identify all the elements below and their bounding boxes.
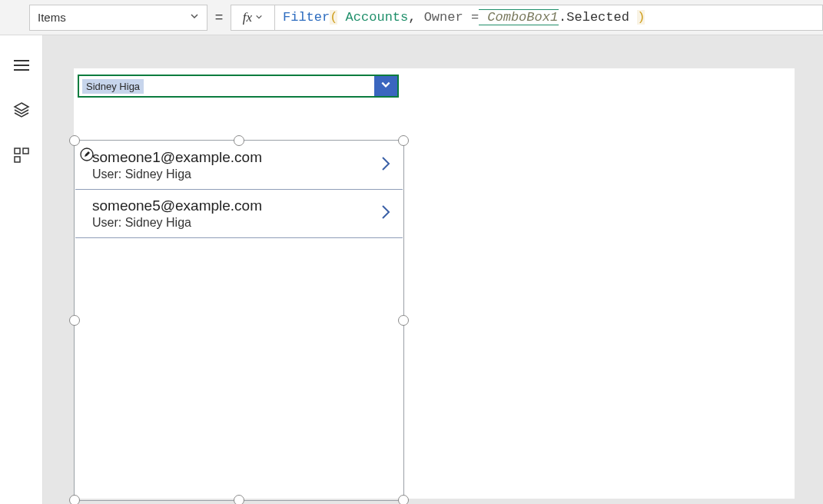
list-item-email: someone5@example.com: [92, 197, 393, 214]
svg-rect-5: [23, 148, 28, 154]
list-item[interactable]: someone5@example.com User: Sidney Higa: [75, 190, 403, 238]
layers-icon[interactable]: [13, 101, 30, 121]
property-selector-dropdown[interactable]: Items: [29, 5, 207, 31]
combobox-selected-pill[interactable]: Sidney Higa: [82, 79, 144, 94]
components-icon[interactable]: [14, 148, 29, 166]
list-item-email: someone1@example.com: [92, 149, 393, 166]
formula-input[interactable]: Filter ( Accounts , Owner = ComboBox1 .S…: [275, 5, 823, 31]
token-comma: ,: [408, 10, 416, 25]
token-field: Owner: [416, 10, 470, 25]
token-paren-open: (: [330, 10, 337, 25]
resize-handle-sw[interactable]: [69, 495, 80, 504]
gallery-selection-box[interactable]: someone1@example.com User: Sidney Higa s…: [74, 140, 404, 501]
token-function: Filter: [283, 10, 330, 25]
canvas-area: Sidney Higa: [43, 35, 823, 504]
token-paren-close: ): [637, 10, 645, 25]
chevron-down-icon: [255, 13, 263, 22]
list-item[interactable]: someone1@example.com User: Sidney Higa: [75, 141, 403, 190]
gallery-list: someone1@example.com User: Sidney Higa s…: [75, 141, 403, 238]
formula-bar: Items = fx Filter ( Accounts , Owner = C…: [0, 0, 823, 35]
list-item-subtitle: User: Sidney Higa: [92, 167, 393, 181]
equals-label: =: [207, 9, 231, 25]
combobox-owner[interactable]: Sidney Higa: [78, 75, 399, 98]
token-table: Accounts: [337, 10, 408, 25]
svg-marker-3: [15, 103, 28, 111]
chevron-down-icon: [380, 79, 391, 93]
edit-icon[interactable]: [80, 148, 94, 164]
token-reference: ComboBox1: [479, 9, 559, 25]
tree-view-icon[interactable]: [13, 58, 30, 75]
app-screen[interactable]: Sidney Higa: [74, 68, 795, 499]
chevron-down-icon: [190, 12, 199, 23]
chevron-right-icon[interactable]: [380, 203, 392, 224]
chevron-right-icon[interactable]: [380, 154, 392, 176]
resize-handle-w[interactable]: [69, 315, 80, 326]
combobox-open-button[interactable]: [374, 76, 397, 96]
fx-label: fx: [243, 10, 252, 25]
list-item-subtitle: User: Sidney Higa: [92, 216, 393, 230]
svg-rect-4: [15, 148, 20, 154]
left-sidebar: [0, 35, 43, 504]
property-selector-value: Items: [38, 11, 66, 24]
token-property: .Selected: [559, 10, 637, 25]
token-equals: =: [471, 10, 479, 25]
fx-button[interactable]: fx: [231, 5, 275, 31]
combobox-body[interactable]: Sidney Higa: [79, 76, 374, 96]
svg-rect-6: [15, 157, 20, 162]
resize-handle-se[interactable]: [398, 495, 409, 504]
resize-handle-s[interactable]: [234, 495, 244, 504]
resize-handle-e[interactable]: [398, 315, 409, 326]
